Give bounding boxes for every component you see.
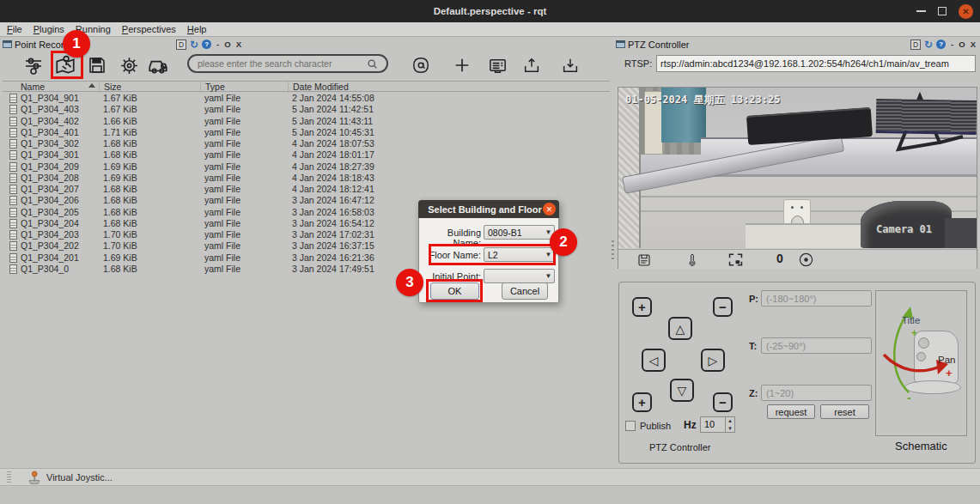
pan-right-button[interactable]: ▷ bbox=[701, 349, 725, 372]
zoom-in-bottom-button[interactable]: + bbox=[632, 392, 652, 412]
window-maximize-icon[interactable] bbox=[938, 7, 947, 15]
zoom-in-left-button[interactable]: + bbox=[632, 297, 652, 317]
table-row[interactable]: Q1_P304_4031.67 KiByaml File5 Jan 2024 1… bbox=[3, 104, 610, 115]
column-size[interactable]: Size bbox=[99, 82, 200, 93]
table-row[interactable]: Q1_P304_9011.67 KiByaml File2 Jan 2024 1… bbox=[3, 93, 610, 104]
menubar: FilePluginsRunningPerspectivesHelp bbox=[0, 22, 980, 37]
pan-label: Pan bbox=[938, 355, 955, 365]
record-settings-button[interactable] bbox=[21, 53, 46, 77]
virtual-joystick-tab[interactable]: Virtual Joystic... bbox=[27, 471, 113, 484]
zoom-axis-label: Z: bbox=[749, 388, 758, 398]
reload-icon[interactable]: ↻ bbox=[190, 39, 198, 50]
rqt-window: Default.perspective - rqt ✕ FilePluginsR… bbox=[0, 0, 980, 504]
table-row[interactable]: Q1_P304_3011.68 KiByaml File4 Jan 2024 1… bbox=[3, 149, 610, 161]
fullscreen-icon bbox=[727, 252, 744, 267]
video-shape-cable-coil bbox=[876, 99, 977, 135]
joystick-icon bbox=[27, 471, 42, 484]
table-row[interactable]: Q1_P304_4011.71 KiByaml File5 Jan 2024 1… bbox=[3, 127, 610, 138]
zoom-out-right-button[interactable]: − bbox=[713, 297, 733, 317]
file-icon bbox=[9, 264, 17, 274]
panel-minimize-button[interactable]: - bbox=[951, 39, 953, 49]
panel-maximize-button[interactable]: O bbox=[224, 39, 230, 49]
cell-size: 1.70 KiB bbox=[99, 229, 200, 240]
cell-name: Q1_P304_202 bbox=[21, 240, 99, 252]
pan-input[interactable] bbox=[761, 290, 872, 307]
point-recorder-titlebar[interactable]: Point Recorder D ↻ ? - O X bbox=[3, 38, 612, 51]
import-button[interactable] bbox=[559, 54, 581, 76]
add-button[interactable] bbox=[451, 54, 473, 76]
tilt-input[interactable] bbox=[761, 337, 872, 354]
zoom-out-bottom-button[interactable]: − bbox=[713, 392, 733, 412]
panel-close-button[interactable]: X bbox=[236, 39, 241, 49]
pan-left-button[interactable]: ◁ bbox=[642, 349, 666, 372]
at-target-button[interactable] bbox=[410, 54, 432, 76]
tilt-label: Title bbox=[902, 315, 920, 325]
camera-video: 01-05-2024 星期五 13:23:25 Camera 01 bbox=[618, 88, 977, 248]
table-row[interactable]: Q1_P304_2091.69 KiByaml File4 Jan 2024 1… bbox=[3, 161, 610, 173]
panel-close-button[interactable]: X bbox=[971, 39, 976, 49]
menu-item-file[interactable]: File bbox=[7, 24, 22, 34]
tilt-up-button[interactable]: △ bbox=[668, 317, 692, 340]
drag-grip-icon[interactable] bbox=[7, 471, 11, 483]
cell-type: yaml File bbox=[200, 93, 288, 104]
dock-button[interactable]: D bbox=[910, 39, 921, 50]
hz-spinner[interactable]: 10 ▲▼ bbox=[700, 416, 735, 433]
cell-size: 1.71 KiB bbox=[99, 127, 200, 138]
record-button[interactable] bbox=[797, 252, 814, 268]
hz-label: Hz bbox=[684, 419, 697, 431]
menu-item-perspectives[interactable]: Perspectives bbox=[122, 24, 176, 34]
menu-item-help[interactable]: Help bbox=[187, 24, 207, 34]
cell-type: yaml File bbox=[200, 264, 288, 275]
publish-checkbox[interactable] bbox=[625, 421, 636, 431]
cell-size: 1.69 KiB bbox=[99, 252, 200, 264]
cancel-button[interactable]: Cancel bbox=[502, 282, 548, 300]
snapshot-save-button[interactable] bbox=[636, 252, 653, 268]
spin-down-icon[interactable]: ▼ bbox=[726, 425, 734, 433]
export-button[interactable] bbox=[520, 54, 543, 76]
table-row[interactable]: Q1_P304_2081.69 KiByaml File4 Jan 2024 1… bbox=[3, 173, 610, 184]
reload-icon[interactable]: ↻ bbox=[924, 39, 933, 50]
video-shape-dark-corner bbox=[945, 218, 977, 248]
cell-size: 1.68 KiB bbox=[99, 195, 200, 206]
table-row[interactable]: Q1_P304_2071.68 KiByaml File4 Jan 2024 1… bbox=[3, 184, 610, 195]
column-type[interactable]: Type bbox=[200, 82, 288, 93]
panel-minimize-button[interactable]: - bbox=[216, 39, 219, 49]
rtsp-label: RTSP: bbox=[624, 58, 652, 69]
dock-button[interactable]: D bbox=[176, 39, 186, 50]
help-icon[interactable]: ? bbox=[936, 39, 946, 49]
table-row[interactable]: Q1_P304_4021.66 KiByaml File5 Jan 2024 1… bbox=[3, 116, 610, 127]
window-close-icon[interactable]: ✕ bbox=[959, 4, 973, 19]
hz-value: 10 bbox=[701, 417, 725, 432]
zoom-input[interactable] bbox=[761, 385, 872, 401]
window-minimize-icon[interactable] bbox=[916, 10, 926, 12]
dialog-titlebar[interactable]: Select Building and Floor ✕ bbox=[418, 200, 559, 218]
ptz-controller-title: PTZ Controller bbox=[628, 39, 690, 50]
dialog-close-icon[interactable]: ✕ bbox=[543, 203, 556, 216]
save-file-button[interactable] bbox=[85, 53, 109, 77]
tilt-down-button[interactable]: ▽ bbox=[670, 379, 694, 402]
settings-button[interactable] bbox=[117, 53, 141, 77]
rtsp-url-input[interactable] bbox=[656, 55, 976, 72]
vehicle-button[interactable] bbox=[146, 53, 170, 77]
thermometer-button[interactable] bbox=[684, 252, 701, 268]
reset-button[interactable]: reset bbox=[820, 404, 869, 419]
download-icon bbox=[561, 56, 580, 75]
sort-ascending-icon bbox=[88, 83, 95, 88]
panel-window-icon bbox=[3, 40, 12, 48]
ptz-controller-titlebar[interactable]: PTZ Controller D ↻ ? - O X bbox=[616, 38, 977, 51]
column-name[interactable]: Name bbox=[21, 82, 99, 93]
table-row[interactable]: Q1_P304_3021.68 KiByaml File4 Jan 2024 1… bbox=[3, 138, 610, 149]
panel-maximize-button[interactable]: O bbox=[959, 39, 965, 49]
fullscreen-button[interactable] bbox=[727, 252, 744, 268]
column-date-modified[interactable]: Date Modified bbox=[288, 82, 610, 93]
request-button[interactable]: request bbox=[767, 404, 815, 419]
search-input[interactable]: please enter the search character bbox=[187, 54, 388, 73]
help-icon[interactable]: ? bbox=[202, 39, 211, 49]
building-name-select[interactable]: 0809-B1 ▼ bbox=[484, 225, 555, 240]
display-list-button[interactable] bbox=[486, 54, 508, 76]
menu-item-plugins[interactable]: Plugins bbox=[33, 24, 64, 34]
file-icon bbox=[9, 94, 17, 103]
initial-point-select[interactable]: ▼ bbox=[484, 269, 555, 283]
spin-up-icon[interactable]: ▲ bbox=[726, 417, 734, 425]
panel-splitter[interactable] bbox=[612, 240, 614, 259]
